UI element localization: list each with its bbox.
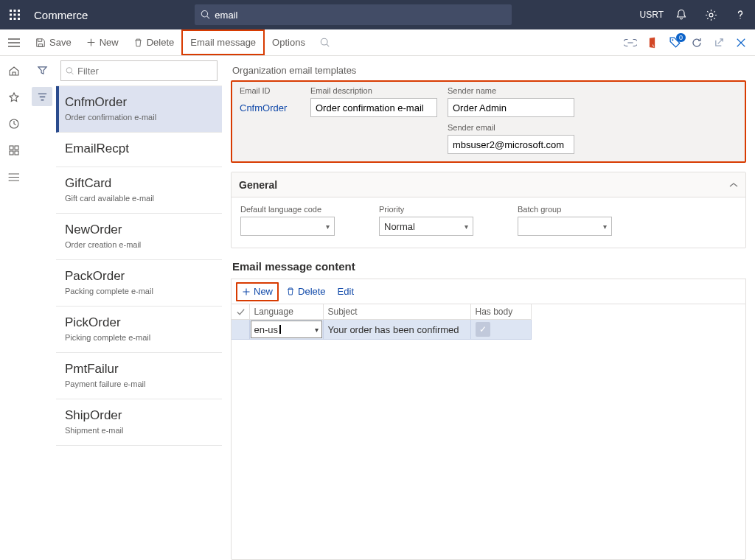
sender-name-field: Sender name	[448, 86, 574, 117]
sender-email-field: Sender email	[448, 123, 574, 154]
svg-point-20	[9, 173, 10, 174]
template-list-item[interactable]: NewOrderOrder creation e-mail	[56, 214, 222, 260]
template-title: PmtFailur	[65, 362, 213, 377]
chevron-down-icon: ▾	[326, 223, 330, 231]
options-button[interactable]: Options	[265, 29, 313, 55]
svg-rect-19	[15, 151, 18, 155]
help-icon[interactable]	[726, 0, 755, 29]
global-search-input[interactable]	[215, 10, 506, 21]
nav-rail	[0, 56, 28, 560]
svg-rect-8	[18, 18, 20, 20]
new-label: New	[100, 37, 119, 48]
hamburger-icon[interactable]	[0, 29, 28, 55]
template-list-item[interactable]: PickOrderPicking complete e-mail	[56, 307, 222, 353]
company-code[interactable]: USRT	[640, 10, 664, 20]
template-title: GiftCard	[65, 176, 213, 191]
list-filter-input[interactable]	[60, 60, 218, 81]
plus-icon	[242, 287, 251, 296]
col-has-body[interactable]: Has body	[470, 304, 531, 320]
link-icon[interactable]	[622, 35, 639, 51]
grid-header-row: Language Subject Has body	[232, 304, 531, 320]
popout-icon[interactable]	[711, 35, 727, 51]
content-edit-button[interactable]: Edit	[333, 282, 358, 301]
save-button[interactable]: Save	[28, 29, 79, 55]
office-icon[interactable]	[644, 35, 661, 51]
batch-group-select[interactable]: ▾	[518, 217, 612, 236]
svg-point-23	[66, 67, 72, 72]
svg-rect-7	[14, 18, 16, 20]
content-grid: Language Subject Has body en-us ▾	[231, 304, 746, 560]
close-icon[interactable]	[733, 35, 749, 51]
sender-name-label: Sender name	[448, 86, 574, 95]
recent-clock-icon[interactable]	[5, 115, 23, 133]
content-delete-button[interactable]: Delete	[282, 282, 330, 301]
product-name: Commerce	[29, 9, 195, 21]
action-search-icon[interactable]	[313, 29, 338, 55]
list-filter-field[interactable]	[77, 66, 212, 77]
general-section-header[interactable]: General	[232, 172, 745, 197]
grid-row[interactable]: en-us ▾ Your order has been confirmed ✓	[232, 320, 531, 340]
global-search[interactable]	[195, 4, 512, 25]
template-list-item[interactable]: PmtFailurPayment failure e-mail	[56, 353, 222, 399]
col-subject[interactable]: Subject	[323, 304, 470, 320]
email-id-label: Email ID	[240, 86, 300, 95]
favorite-star-icon[interactable]	[5, 88, 23, 106]
batch-group-field: Batch group ▾	[518, 205, 612, 236]
content-new-button[interactable]: New	[236, 282, 279, 301]
tag-icon[interactable]: 0	[667, 35, 683, 51]
priority-select[interactable]: Normal▾	[379, 217, 473, 236]
svg-rect-18	[10, 151, 13, 155]
sender-email-input[interactable]	[448, 135, 574, 154]
funnel-filter-icon[interactable]	[32, 60, 52, 80]
modules-icon[interactable]	[5, 168, 23, 186]
svg-line-10	[207, 16, 209, 18]
template-list-item[interactable]: EmailRecpt	[56, 133, 222, 167]
trash-icon	[133, 38, 143, 48]
sender-name-input[interactable]	[448, 98, 574, 117]
svg-rect-6	[10, 18, 12, 20]
template-title: ShipOrder	[65, 408, 213, 423]
email-desc-label: Email description	[310, 86, 437, 95]
content-new-label: New	[254, 286, 273, 297]
select-all-checkbox[interactable]	[232, 304, 249, 320]
app-launcher-icon[interactable]	[0, 9, 29, 21]
svg-rect-2	[18, 10, 20, 12]
row-checkbox[interactable]	[232, 320, 249, 340]
new-button[interactable]: New	[79, 29, 126, 55]
template-list-item[interactable]: GiftCardGift card available e-mail	[56, 167, 222, 214]
svg-point-12	[321, 38, 327, 45]
template-title: CnfmOrder	[65, 95, 213, 110]
template-list-item[interactable]: PackOrderPacking complete e-mail	[56, 260, 222, 307]
has-body-checkmark: ✓	[476, 322, 490, 337]
col-language[interactable]: Language	[249, 304, 323, 320]
default-language-field: Default language code ▾	[240, 205, 335, 236]
subject-cell[interactable]: Your order has been confirmed	[323, 320, 470, 340]
svg-rect-16	[10, 146, 13, 150]
home-icon[interactable]	[5, 62, 23, 80]
svg-rect-5	[18, 14, 20, 16]
svg-line-24	[72, 72, 74, 74]
general-title: General	[239, 179, 277, 191]
template-list-item[interactable]: ShipOrderShipment e-mail	[56, 399, 222, 446]
default-language-select[interactable]: ▾	[240, 217, 335, 236]
template-list: CnfmOrderOrder confirmation e-mailEmailR…	[56, 56, 222, 560]
refresh-icon[interactable]	[689, 35, 705, 51]
template-subtitle: Gift card available e-mail	[65, 194, 213, 203]
delete-button[interactable]: Delete	[126, 29, 182, 55]
has-body-cell[interactable]: ✓	[470, 320, 531, 340]
template-title: PackOrder	[65, 269, 213, 284]
list-filter-icon[interactable]	[32, 87, 52, 106]
default-language-label: Default language code	[240, 205, 335, 214]
trash-icon	[286, 287, 295, 296]
chevron-down-icon: ▾	[315, 326, 319, 334]
template-title: NewOrder	[65, 223, 213, 237]
email-id-value[interactable]: CnfmOrder	[240, 98, 300, 117]
settings-gear-icon[interactable]	[696, 0, 726, 29]
notifications-icon[interactable]	[667, 0, 696, 29]
workspaces-icon[interactable]	[5, 141, 23, 159]
email-description-input[interactable]	[310, 98, 437, 117]
email-message-button[interactable]: Email message	[181, 29, 265, 55]
subject-value: Your order has been confirmed	[324, 322, 470, 337]
template-list-item[interactable]: CnfmOrderOrder confirmation e-mail	[56, 86, 222, 133]
language-cell[interactable]: en-us ▾	[249, 320, 323, 340]
